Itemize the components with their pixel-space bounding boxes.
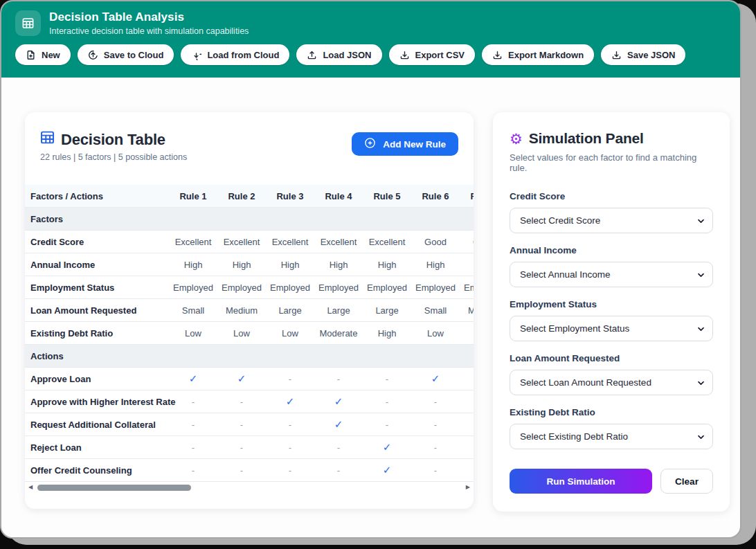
action-value-cell[interactable]: - bbox=[266, 465, 314, 476]
action-value-cell[interactable]: ✓ bbox=[314, 395, 363, 408]
factor-value-cell[interactable]: High bbox=[169, 260, 217, 270]
factor-value-cell[interactable]: Employed bbox=[363, 282, 411, 293]
factor-value-cell[interactable]: Small bbox=[169, 305, 217, 316]
clear-button[interactable]: Clear bbox=[660, 469, 713, 494]
factor-value-cell[interactable]: High bbox=[363, 260, 411, 270]
existing-debt-ratio-select[interactable]: Select Existing Debt Ratio bbox=[510, 424, 713, 449]
action-value-cell[interactable]: - bbox=[411, 442, 460, 453]
factor-value-cell[interactable]: High bbox=[314, 260, 363, 270]
factor-value-cell[interactable]: High bbox=[217, 260, 266, 270]
action-value-cell[interactable]: ✓ bbox=[363, 464, 411, 476]
factor-value-cell[interactable]: Large bbox=[314, 305, 363, 316]
factor-value-cell[interactable]: Excellent bbox=[169, 237, 217, 247]
employment-status-field: Employment StatusSelect Employment Statu… bbox=[510, 299, 713, 341]
factor-value-cell[interactable]: Employed bbox=[266, 282, 314, 293]
action-value-cell[interactable]: - bbox=[169, 397, 217, 407]
action-value-cell[interactable]: - bbox=[266, 442, 314, 453]
factor-value-cell[interactable]: Low bbox=[460, 328, 474, 339]
loan-amount-requested-label: Loan Amount Requested bbox=[510, 353, 713, 363]
export-csv-button[interactable]: Export CSV bbox=[389, 44, 476, 65]
credit-score-label: Credit Score bbox=[510, 191, 713, 201]
factor-value-cell[interactable]: Excellent bbox=[363, 237, 411, 247]
export-markdown-button[interactable]: Export Markdown bbox=[482, 44, 594, 65]
action-value-cell[interactable]: - bbox=[169, 442, 217, 453]
horizontal-scrollbar[interactable]: ◀ ▶ bbox=[25, 483, 474, 492]
action-value-cell[interactable]: ✓ bbox=[314, 418, 363, 431]
action-value-cell[interactable]: - bbox=[266, 374, 314, 384]
action-value-cell[interactable]: - bbox=[217, 420, 266, 430]
factor-value-cell[interactable]: Low bbox=[411, 328, 460, 339]
decision-table-stats: 22 rules | 5 factors | 5 possible action… bbox=[40, 152, 187, 162]
action-name: Approve Loan bbox=[25, 374, 169, 384]
action-value-cell[interactable]: - bbox=[266, 420, 314, 430]
action-value-cell[interactable]: - bbox=[217, 465, 266, 476]
action-value-cell[interactable]: - bbox=[169, 420, 217, 430]
action-value-cell[interactable]: - bbox=[363, 420, 411, 430]
action-value-cell[interactable]: - bbox=[363, 374, 411, 384]
factor-value-cell[interactable]: Medium bbox=[460, 305, 474, 316]
action-value-cell[interactable]: - bbox=[169, 465, 217, 476]
action-value-cell[interactable]: - bbox=[363, 397, 411, 407]
factor-value-cell[interactable]: Good bbox=[460, 237, 474, 247]
scroll-left-arrow-icon[interactable]: ◀ bbox=[28, 485, 33, 490]
save-json-button[interactable]: Save JSON bbox=[601, 44, 685, 65]
factor-value-cell[interactable]: Employed bbox=[169, 282, 217, 293]
factor-value-cell[interactable]: Low bbox=[217, 328, 266, 339]
action-value-cell[interactable]: - bbox=[314, 465, 363, 476]
new-button[interactable]: New bbox=[15, 44, 71, 65]
factor-value-cell[interactable]: Good bbox=[411, 237, 460, 247]
run-simulation-button[interactable]: Run Simulation bbox=[510, 469, 652, 494]
action-value-cell[interactable]: - bbox=[460, 442, 474, 453]
factor-value-cell[interactable]: Medium bbox=[217, 305, 266, 316]
action-value-cell[interactable]: ✓ bbox=[363, 441, 411, 453]
empty-cell-dash: - bbox=[289, 420, 291, 430]
factor-value-cell[interactable]: Excellent bbox=[217, 237, 266, 247]
load-from-cloud-button[interactable]: Load from Cloud bbox=[181, 44, 289, 65]
factor-value-cell[interactable]: Low bbox=[169, 328, 217, 339]
action-value-cell[interactable]: - bbox=[217, 397, 266, 407]
factor-value-cell[interactable]: Employed bbox=[217, 282, 266, 293]
action-value-cell[interactable]: - bbox=[411, 465, 460, 476]
employment-status-select[interactable]: Select Employment Status bbox=[510, 316, 713, 341]
add-new-rule-button[interactable]: Add New Rule bbox=[352, 132, 458, 156]
save-to-cloud-button[interactable]: Save to Cloud bbox=[78, 44, 174, 65]
annual-income-select[interactable]: Select Annual Income bbox=[510, 262, 713, 287]
factor-value-cell[interactable]: Small bbox=[411, 305, 460, 316]
action-value-cell[interactable]: - bbox=[460, 465, 474, 476]
simulation-panel-title: ⚙ Simulation Panel bbox=[510, 130, 713, 147]
factor-value-cell[interactable]: Excellent bbox=[266, 237, 314, 247]
action-value-cell[interactable]: - bbox=[411, 397, 460, 407]
action-value-cell[interactable]: - bbox=[314, 442, 363, 453]
load-json-button[interactable]: Load JSON bbox=[296, 44, 381, 65]
factor-value-cell[interactable]: High bbox=[266, 260, 314, 270]
action-value-cell[interactable]: ✓ bbox=[217, 372, 266, 385]
factor-value-cell[interactable]: High bbox=[411, 260, 460, 270]
loan-amount-requested-select[interactable]: Select Loan Amount Requested bbox=[510, 370, 713, 395]
scroll-right-arrow-icon[interactable]: ▶ bbox=[466, 485, 470, 490]
action-value-cell[interactable]: ✓ bbox=[169, 372, 217, 385]
action-value-cell[interactable]: - bbox=[460, 420, 474, 430]
factor-value-cell[interactable]: High bbox=[363, 328, 411, 339]
action-value-cell[interactable]: - bbox=[314, 374, 363, 384]
factor-value-cell[interactable]: Employed bbox=[314, 282, 363, 293]
factor-value-cell[interactable]: Low bbox=[266, 328, 314, 339]
factor-value-cell[interactable]: Excellent bbox=[314, 237, 363, 247]
action-value-cell[interactable]: - bbox=[411, 420, 460, 430]
simulation-panel-subtitle: Select values for each factor to find a … bbox=[510, 152, 713, 173]
empty-cell-dash: - bbox=[434, 465, 437, 476]
action-value-cell[interactable]: - bbox=[460, 397, 474, 407]
factor-value-cell[interactable]: Large bbox=[363, 305, 411, 316]
scrollbar-thumb[interactable] bbox=[37, 485, 191, 491]
action-value-cell[interactable]: ✓ bbox=[266, 395, 314, 408]
action-value-cell[interactable]: - bbox=[460, 374, 474, 384]
empty-cell-dash: - bbox=[192, 420, 195, 430]
factor-value-cell[interactable]: High bbox=[460, 260, 474, 270]
action-value-cell[interactable]: - bbox=[217, 442, 266, 453]
factor-value-cell[interactable]: Large bbox=[266, 305, 314, 316]
upload-cloud-icon bbox=[88, 50, 98, 60]
factor-value-cell[interactable]: Moderate bbox=[314, 328, 363, 339]
action-value-cell[interactable]: ✓ bbox=[411, 372, 460, 385]
factor-value-cell[interactable]: Employed bbox=[460, 282, 474, 293]
credit-score-select[interactable]: Select Credit Score bbox=[510, 208, 713, 233]
factor-value-cell[interactable]: Employed bbox=[411, 282, 460, 293]
